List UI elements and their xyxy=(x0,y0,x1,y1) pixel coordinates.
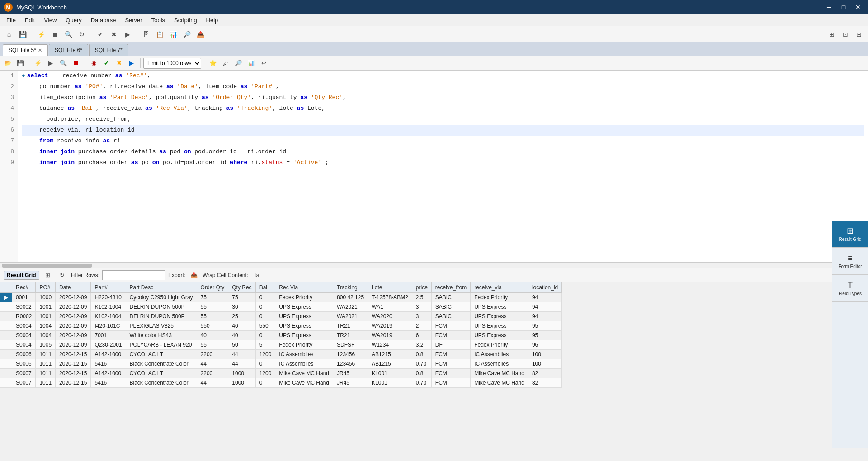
right-panel-btn-0[interactable]: ⊞Result Grid xyxy=(832,221,868,248)
menu-item-tools[interactable]: Tools xyxy=(147,16,170,24)
tb-search-button[interactable]: 🔍 xyxy=(62,28,75,41)
tb-commit-button[interactable]: ✔ xyxy=(94,28,107,41)
code-content[interactable]: ●select receive_number as 'Rec#', po_num… xyxy=(18,71,868,262)
table-row-0[interactable]: ▶000110002020-12-09H220-4310Cycoloy C295… xyxy=(0,293,562,302)
tb-db-button[interactable]: 🗄 xyxy=(140,28,152,41)
code-line-2[interactable]: po_number as 'PO#', ri.receive_date as '… xyxy=(22,81,864,92)
table-row-6[interactable]: S000610112020-12-15A142-1000CYCOLAC LT22… xyxy=(0,350,562,359)
tb-refresh-button[interactable]: ↻ xyxy=(75,28,88,41)
result-columns-button[interactable]: ⊞ xyxy=(42,269,54,281)
cell-3-7: 40 xyxy=(228,321,255,331)
tb-export-button[interactable]: 📤 xyxy=(194,28,207,41)
h-scrollbar-thumb[interactable] xyxy=(2,264,92,268)
code-line-4[interactable]: balance as 'Bal', receive_via as 'Rec Vi… xyxy=(22,103,864,114)
qtb-wrap-button[interactable]: ↩ xyxy=(258,57,269,69)
qtb-stats-button[interactable]: 📊 xyxy=(245,57,257,69)
cell-2-9: UPS Express xyxy=(275,312,333,321)
menu-item-server[interactable]: Server xyxy=(120,16,146,24)
cell-6-14: IC Assemblies xyxy=(471,350,528,359)
tb-view1-button[interactable]: ⊞ xyxy=(826,28,838,41)
menu-item-edit[interactable]: Edit xyxy=(20,16,39,24)
table-row-8[interactable]: S000710112020-12-15A142-1000CYCOLAC LT22… xyxy=(0,369,562,378)
qtb-toggle-button[interactable]: ◉ xyxy=(88,57,99,69)
limit-rows-select[interactable]: Limit to 1000 rows Don't Limit Limit to … xyxy=(143,58,201,69)
qtb-open-button[interactable]: 📂 xyxy=(2,57,14,69)
cell-9-7: 1000 xyxy=(228,378,255,388)
table-row-4[interactable]: S000410042020-12-097001White color HS434… xyxy=(0,331,562,340)
menu-item-view[interactable]: View xyxy=(39,16,61,24)
tb-inspect-button[interactable]: 🔎 xyxy=(180,28,193,41)
qtb-run-all-button[interactable]: ⚡ xyxy=(32,57,44,69)
qtb-commit-button[interactable]: ✔ xyxy=(100,57,112,69)
cell-8-5: CYCOLAC LT xyxy=(126,369,197,378)
tb-home-button[interactable]: ⌂ xyxy=(3,28,15,41)
tb-schema-button[interactable]: 📋 xyxy=(153,28,166,41)
filter-rows-input[interactable] xyxy=(102,270,165,280)
tb-view3-button[interactable]: ⊟ xyxy=(853,28,865,41)
result-table-wrap[interactable]: Rec#PO#DatePart#Part DescOrder QtyQty Re… xyxy=(0,282,868,461)
menu-item-database[interactable]: Database xyxy=(86,16,121,24)
code-line-1[interactable]: ●select receive_number as 'Rec#', xyxy=(22,71,864,81)
cell-5-8: 5 xyxy=(255,340,275,350)
table-row-2[interactable]: R000210012020-12-09K102-1004DELRIN DUPON… xyxy=(0,312,562,321)
cell-0-0: ▶ xyxy=(0,293,12,302)
code-line-3[interactable]: item_descripcion as 'Part Desc', pod.qua… xyxy=(22,92,864,103)
tb-run-button[interactable]: ⚡ xyxy=(35,28,47,41)
cell-5-12: 3.2 xyxy=(412,340,431,350)
h-scrollbar[interactable] xyxy=(0,262,868,268)
table-row-9[interactable]: S000710112020-12-155416Black Concentrate… xyxy=(0,378,562,388)
tb-exec-button[interactable]: ▶ xyxy=(121,28,134,41)
qtb-stop-button[interactable]: ⏹ xyxy=(70,57,82,69)
qtb-explain-button[interactable]: 🔍 xyxy=(57,57,69,69)
tab-close-0[interactable]: ✕ xyxy=(38,47,42,53)
qtb-exec-cur-button[interactable]: ▶ xyxy=(126,57,137,69)
code-editor[interactable]: 123456789 ●select receive_number as 'Rec… xyxy=(0,71,868,262)
maximize-button[interactable]: □ xyxy=(837,3,850,12)
qtb-save-button[interactable]: 💾 xyxy=(14,57,26,69)
qtb-rollback-button[interactable]: ✖ xyxy=(113,57,125,69)
cell-2-5: DELRIN DUPON 500P xyxy=(126,312,197,321)
qtb-format-button[interactable]: 🖊 xyxy=(220,57,231,69)
menu-item-help[interactable]: Help xyxy=(202,16,223,24)
tb-view2-button[interactable]: ⊡ xyxy=(839,28,852,41)
table-row-5[interactable]: S000410052020-12-09Q230-2001POLYCARB - L… xyxy=(0,340,562,350)
right-panel-btn-1[interactable]: ≡Form Editor xyxy=(832,248,868,275)
code-line-7[interactable]: from receive_info as ri xyxy=(22,136,864,146)
cell-3-2: 1004 xyxy=(36,321,56,331)
cell-8-15: 82 xyxy=(528,369,561,378)
qtb-zoom-button[interactable]: 🔎 xyxy=(232,57,244,69)
code-line-9[interactable]: inner join purchase_order as po on po.id… xyxy=(22,157,864,168)
code-line-5[interactable]: pod.price, receive_from, xyxy=(22,114,864,125)
table-row-1[interactable]: S000210012020-12-09K102-1004DELRIN DUPON… xyxy=(0,302,562,312)
cell-1-4: K102-1004 xyxy=(91,302,126,312)
tab-2[interactable]: SQL File 7* xyxy=(89,44,128,56)
right-panel-btn-2[interactable]: TField Types xyxy=(832,275,868,302)
minimize-button[interactable]: ─ xyxy=(823,3,835,12)
table-row-7[interactable]: S000610112020-12-155416Black Concentrate… xyxy=(0,359,562,369)
menu-item-query[interactable]: Query xyxy=(61,16,86,24)
result-refresh-button[interactable]: ↻ xyxy=(57,269,68,281)
cell-5-13: DF xyxy=(431,340,470,350)
export-button[interactable]: 📤 xyxy=(188,269,200,281)
tb-rollback-button[interactable]: ✖ xyxy=(108,28,120,41)
cell-3-15: 95 xyxy=(528,321,561,331)
tab-1[interactable]: SQL File 6* xyxy=(49,44,88,56)
tab-0[interactable]: SQL File 5*✕ xyxy=(3,44,48,56)
wrap-cell-button[interactable]: Ia xyxy=(251,269,263,281)
tb-stop-button[interactable]: ⏹ xyxy=(48,28,61,41)
result-grid-tab[interactable]: Result Grid xyxy=(4,271,39,280)
qtb-run-sel-button[interactable]: ▶ xyxy=(45,57,57,69)
cell-0-1: 0001 xyxy=(12,293,36,302)
menu-item-file[interactable]: File xyxy=(2,16,20,24)
cell-9-4: 5416 xyxy=(91,378,126,388)
close-button[interactable]: ✕ xyxy=(852,3,864,12)
tb-save-button[interactable]: 💾 xyxy=(16,28,29,41)
menu-item-scripting[interactable]: Scripting xyxy=(170,16,202,24)
code-line-6[interactable]: receive_via, ri.location_id xyxy=(22,125,864,136)
code-line-8[interactable]: inner join purchase_order_details as pod… xyxy=(22,146,864,157)
table-row-3[interactable]: S000410042020-12-09I420-101CPLEXIGLAS V8… xyxy=(0,321,562,331)
cell-9-0 xyxy=(0,378,12,388)
qtb-bookmark-button[interactable]: ⭐ xyxy=(207,57,219,69)
cell-8-4: A142-1000 xyxy=(91,369,126,378)
tb-table-button[interactable]: 📊 xyxy=(167,28,179,41)
